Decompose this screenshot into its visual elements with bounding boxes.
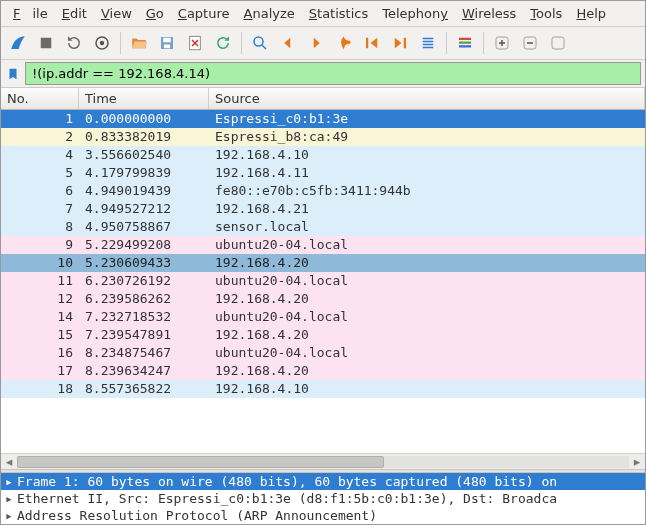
toolbar [1,27,645,60]
menu-edit[interactable]: Edit [56,4,93,23]
cell-no: 11 [1,272,79,290]
cell-source: 192.168.4.20 [209,326,645,344]
prev-icon[interactable] [275,30,301,56]
cell-source: ubuntu20-04.local [209,272,645,290]
column-header-no[interactable]: No. [1,88,79,109]
cell-no: 17 [1,362,79,380]
scroll-thumb[interactable] [17,456,384,468]
cell-time: 5.229499208 [79,236,209,254]
menu-file[interactable]: File [7,4,54,23]
expand-icon[interactable]: ▸ [5,491,17,506]
menu-telephony[interactable]: Telephony [376,4,454,23]
menu-tools[interactable]: Tools [524,4,568,23]
table-row[interactable]: 188.557365822192.168.4.10 [1,380,645,398]
cell-time: 6.239586262 [79,290,209,308]
scroll-track[interactable] [17,456,629,468]
cell-no: 5 [1,164,79,182]
menu-capture[interactable]: Capture [172,4,236,23]
colorize-icon[interactable] [452,30,478,56]
save-icon[interactable] [154,30,180,56]
menu-wireless[interactable]: Wireless [456,4,522,23]
cell-no: 12 [1,290,79,308]
table-row[interactable]: 157.239547891192.168.4.20 [1,326,645,344]
table-row[interactable]: 54.179799839192.168.4.11 [1,164,645,182]
separator [120,32,121,54]
shark-fin-icon[interactable] [5,30,31,56]
cell-no: 6 [1,182,79,200]
detail-frame[interactable]: ▸Frame 1: 60 bytes on wire (480 bits), 6… [1,473,645,490]
cell-no: 7 [1,200,79,218]
menu-view[interactable]: View [95,4,138,23]
close-file-icon[interactable] [182,30,208,56]
find-icon[interactable] [247,30,273,56]
svg-rect-8 [366,38,368,49]
options-icon[interactable] [89,30,115,56]
cell-time: 3.556602540 [79,146,209,164]
table-row[interactable]: 64.949019439fe80::e70b:c5fb:3411:944b [1,182,645,200]
cell-source: ubuntu20-04.local [209,236,645,254]
svg-rect-0 [41,38,52,49]
scroll-right-icon[interactable]: ▸ [629,455,645,469]
column-header-time[interactable]: Time [79,88,209,109]
table-row[interactable]: 95.229499208ubuntu20-04.local [1,236,645,254]
svg-rect-11 [459,42,471,44]
zoom-in-icon[interactable] [489,30,515,56]
menu-go[interactable]: Go [140,4,170,23]
cell-source: ubuntu20-04.local [209,344,645,362]
zoom-reset-icon[interactable] [545,30,571,56]
cell-no: 2 [1,128,79,146]
bookmark-icon[interactable] [5,66,21,82]
svg-rect-4 [163,38,171,43]
menu-analyze[interactable]: Analyze [238,4,301,23]
restart-icon[interactable] [61,30,87,56]
menu-help[interactable]: Help [570,4,612,23]
scroll-left-icon[interactable]: ◂ [1,455,17,469]
column-header-source[interactable]: Source [209,88,645,109]
goto-first-icon[interactable] [359,30,385,56]
next-icon[interactable] [303,30,329,56]
cell-no: 1 [1,110,79,128]
cell-time: 5.230609433 [79,254,209,272]
display-filter-input[interactable] [25,62,641,85]
expand-icon[interactable]: ▸ [5,474,17,489]
table-row[interactable]: 43.556602540192.168.4.10 [1,146,645,164]
table-row[interactable]: 20.833382019Espressi_b8:ca:49 [1,128,645,146]
table-row[interactable]: 168.234875467ubuntu20-04.local [1,344,645,362]
open-folder-icon[interactable] [126,30,152,56]
reload-icon[interactable] [210,30,236,56]
svg-point-2 [100,41,105,46]
table-row[interactable]: 126.239586262192.168.4.20 [1,290,645,308]
cell-no: 16 [1,344,79,362]
expand-icon[interactable]: ▸ [5,508,17,523]
table-row[interactable]: 178.239634247192.168.4.20 [1,362,645,380]
table-row[interactable]: 10.000000000Espressi_c0:b1:3e [1,110,645,128]
cell-time: 4.179799839 [79,164,209,182]
detail-ethernet[interactable]: ▸Ethernet II, Src: Espressi_c0:b1:3e (d8… [1,490,645,507]
cell-time: 7.232718532 [79,308,209,326]
autoscroll-icon[interactable] [415,30,441,56]
cell-no: 8 [1,218,79,236]
stop-icon[interactable] [33,30,59,56]
packet-details[interactable]: ▸Frame 1: 60 bytes on wire (480 bits), 6… [1,473,645,524]
filter-bar [1,60,645,87]
zoom-out-icon[interactable] [517,30,543,56]
table-row[interactable]: 147.232718532ubuntu20-04.local [1,308,645,326]
cell-time: 4.949527212 [79,200,209,218]
table-row[interactable]: 74.949527212192.168.4.21 [1,200,645,218]
detail-arp[interactable]: ▸Address Resolution Protocol (ARP Announ… [1,507,645,524]
cell-source: 192.168.4.11 [209,164,645,182]
menu-statistics[interactable]: Statistics [303,4,374,23]
cell-time: 0.833382019 [79,128,209,146]
cell-time: 7.239547891 [79,326,209,344]
table-row[interactable]: 105.230609433192.168.4.20 [1,254,645,272]
goto-last-icon[interactable] [387,30,413,56]
cell-no: 14 [1,308,79,326]
packet-list[interactable]: 10.000000000Espressi_c0:b1:3e20.83338201… [1,110,645,453]
packet-list-hscroll[interactable]: ◂ ▸ [1,453,645,469]
cell-time: 8.557365822 [79,380,209,398]
packet-list-header: No. Time Source [1,87,645,110]
cell-time: 8.234875467 [79,344,209,362]
table-row[interactable]: 84.950758867sensor.local [1,218,645,236]
table-row[interactable]: 116.230726192ubuntu20-04.local [1,272,645,290]
jump-icon[interactable] [331,30,357,56]
